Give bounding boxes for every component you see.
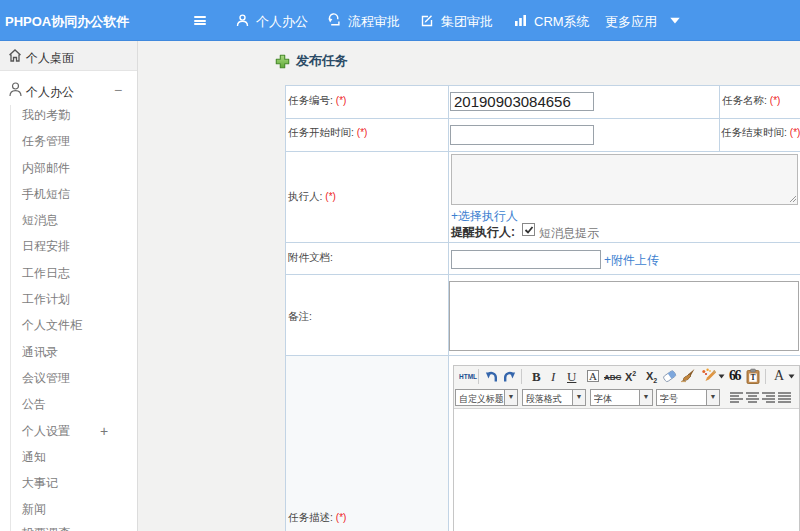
svg-text:T: T [750,373,755,382]
